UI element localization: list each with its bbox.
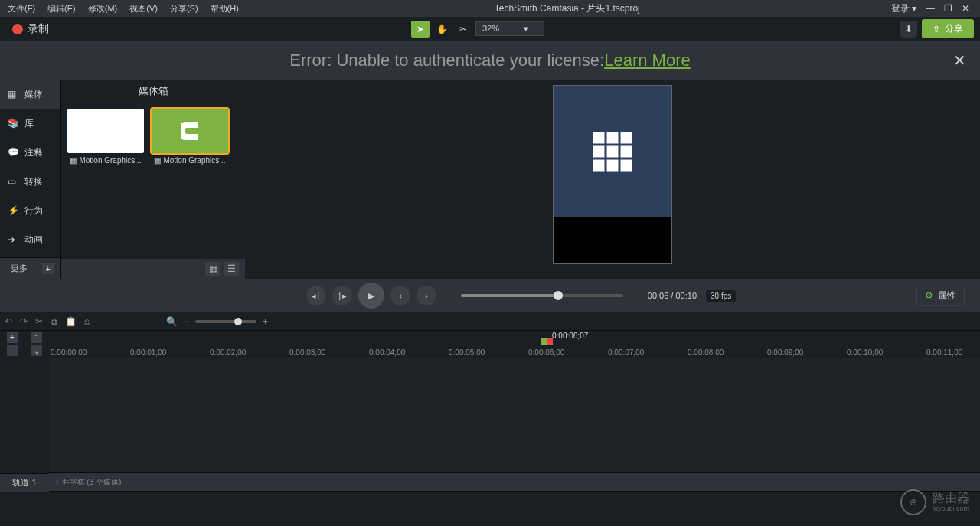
clip-row[interactable]: + 井字棋 (3 个媒体) (49, 473, 980, 492)
tool-sidebar: ▦媒体 📚库 💬注释 ▭转换 ⚡行为 ➜动画 更多+ (0, 80, 61, 279)
main-toolbar: 录制 ➤ ✋ ✂ 32%▾ ⬇ ⇧ 分享 (0, 17, 980, 41)
media-bin-title: 媒体箱 (61, 80, 245, 103)
error-banner: Error: Unable to authenticate your licen… (0, 41, 980, 80)
zoom-out-button[interactable]: − (184, 316, 189, 327)
error-text: Error: Unable to authenticate your licen… (289, 51, 604, 70)
timeline: +⌃ −⌄ 0:00:06;07 0:00:00;00 0:00:01;00 0… (0, 331, 980, 526)
step-forward-button[interactable]: › (416, 286, 436, 305)
track-area[interactable]: + 井字棋 (3 个媒体) (49, 358, 980, 511)
sidebar-item-animations[interactable]: ➜动画 (0, 225, 60, 254)
track-label[interactable]: 轨道 1 (0, 473, 49, 492)
sidebar-item-library[interactable]: 📚库 (0, 109, 60, 138)
record-icon (12, 24, 23, 34)
media-item[interactable]: ▦Motion Graphics... (67, 109, 144, 165)
cut-button[interactable]: ✂ (35, 316, 43, 327)
menu-file[interactable]: 文件(F) (3, 2, 40, 16)
playhead-marker[interactable] (541, 337, 554, 345)
record-label: 录制 (28, 22, 49, 36)
menu-edit[interactable]: 编辑(E) (43, 2, 80, 16)
fps-badge: 30 fps (706, 290, 736, 302)
paste-button[interactable]: 📋 (65, 316, 77, 327)
maximize-button[interactable]: ❐ (944, 3, 952, 14)
step-back-button[interactable]: ‹ (390, 286, 410, 305)
close-button[interactable]: ✕ (962, 3, 969, 14)
media-label: ▦Motion Graphics... (152, 156, 228, 165)
tick-label: 0:00:09;00 (767, 348, 803, 357)
properties-button[interactable]: ⚙属性 (916, 286, 965, 306)
next-frame-button[interactable]: ∣▸ (332, 286, 352, 305)
learn-more-link[interactable]: Learn More (604, 51, 691, 70)
playback-bar: ◂∣ ∣▸ ▶ ‹ › 00:06 / 00:10 30 fps ⚙属性 (0, 279, 980, 312)
media-label: ▦Motion Graphics... (67, 156, 144, 165)
tick-label: 0:00:02;00 (210, 348, 246, 357)
track-add-button[interactable]: + (7, 332, 18, 343)
tick-label: 0:00:10;00 (847, 348, 883, 357)
watermark-icon: ⊕ (900, 489, 926, 515)
media-thumb (152, 109, 228, 153)
zoom-select[interactable]: 32%▾ (475, 21, 544, 36)
menu-view[interactable]: 视图(V) (125, 2, 162, 16)
menu-bar: 文件(F) 编辑(E) 修改(M) 视图(V) 分享(S) 帮助(H) Tech… (0, 0, 980, 17)
sidebar-item-media[interactable]: ▦媒体 (0, 80, 60, 109)
hand-tool[interactable]: ✋ (433, 21, 451, 38)
tick-label: 0:00:11;00 (926, 348, 962, 357)
list-view-button[interactable]: ☰ (224, 262, 239, 276)
track-collapse-button[interactable]: ⌄ (31, 345, 42, 356)
playback-slider[interactable] (461, 294, 623, 297)
tick-label: 0:00:05;00 (449, 348, 485, 357)
sidebar-item-behaviors[interactable]: ⚡行为 (0, 196, 60, 225)
sidebar-more[interactable]: 更多+ (0, 257, 60, 279)
copy-button[interactable]: ⧉ (51, 316, 57, 327)
crop-tool[interactable]: ✂ (454, 21, 472, 38)
menu-share[interactable]: 分享(S) (165, 2, 203, 16)
download-button[interactable]: ⬇ (900, 21, 917, 38)
grid-graphic (593, 132, 632, 172)
tick-label: 0:00:01;00 (130, 348, 166, 357)
tick-label: 0:00:00;00 (51, 348, 87, 357)
undo-button[interactable]: ↶ (5, 316, 12, 327)
menu-modify[interactable]: 修改(M) (83, 2, 122, 16)
track-remove-button[interactable]: − (7, 345, 18, 356)
gear-icon: ⚙ (925, 290, 933, 301)
canvas-area (245, 80, 980, 279)
playhead-line[interactable] (547, 340, 547, 526)
watermark: ⊕ 路由器 luyouqi.com (900, 489, 969, 515)
share-button[interactable]: ⇧ 分享 (922, 19, 974, 38)
zoom-in-button[interactable]: + (263, 316, 268, 327)
add-icon[interactable]: + (42, 263, 54, 274)
tick-label: 0:00:08;00 (688, 348, 724, 357)
track-expand-button[interactable]: ⌃ (31, 332, 42, 343)
media-item[interactable]: ▦Motion Graphics... (152, 109, 228, 165)
annotation-icon: 💬 (8, 147, 18, 158)
media-thumb (67, 109, 144, 153)
tick-label: 0:00:07;00 (608, 348, 644, 357)
tick-label: 0:00:03;00 (289, 348, 325, 357)
animation-icon: ➜ (8, 234, 18, 245)
timeline-ruler[interactable]: 0:00:06;07 0:00:00;00 0:00:01;00 0:00:02… (49, 331, 980, 358)
record-button[interactable]: 录制 (6, 19, 55, 39)
sidebar-item-annotations[interactable]: 💬注释 (0, 138, 60, 167)
play-button[interactable]: ▶ (358, 283, 384, 309)
zoom-fit-icon[interactable]: 🔍 (166, 316, 178, 327)
timeline-zoom-slider[interactable] (195, 320, 256, 323)
behavior-icon: ⚡ (8, 205, 18, 216)
share-icon: ⇧ (933, 24, 940, 34)
menu-help[interactable]: 帮助(H) (206, 2, 243, 16)
split-button[interactable]: ⎌ (84, 316, 90, 327)
prev-frame-button[interactable]: ◂∣ (306, 286, 326, 305)
playhead-time: 0:00:06;07 (550, 331, 590, 341)
media-icon: ▦ (8, 89, 18, 100)
media-bin: 媒体箱 ▦Motion Graphics... ▦Motion Graphics… (61, 80, 245, 279)
redo-button[interactable]: ↷ (20, 316, 28, 327)
cursor-tool[interactable]: ➤ (411, 21, 430, 38)
tick-label: 0:00:04;00 (369, 348, 405, 357)
grid-view-button[interactable]: ▦ (205, 262, 220, 276)
watermark-url: luyouqi.com (933, 505, 969, 513)
login-link[interactable]: 登录 ▾ (891, 2, 916, 15)
minimize-button[interactable]: — (926, 3, 935, 14)
preview-canvas[interactable] (554, 86, 671, 263)
banner-close-icon[interactable]: ✕ (953, 51, 966, 70)
timeline-toolbar: ↶ ↷ ✂ ⧉ 📋 ⎌ 🔍 − + (0, 312, 980, 331)
playback-time: 00:06 / 00:10 (648, 291, 697, 300)
sidebar-item-transitions[interactable]: ▭转换 (0, 167, 60, 196)
